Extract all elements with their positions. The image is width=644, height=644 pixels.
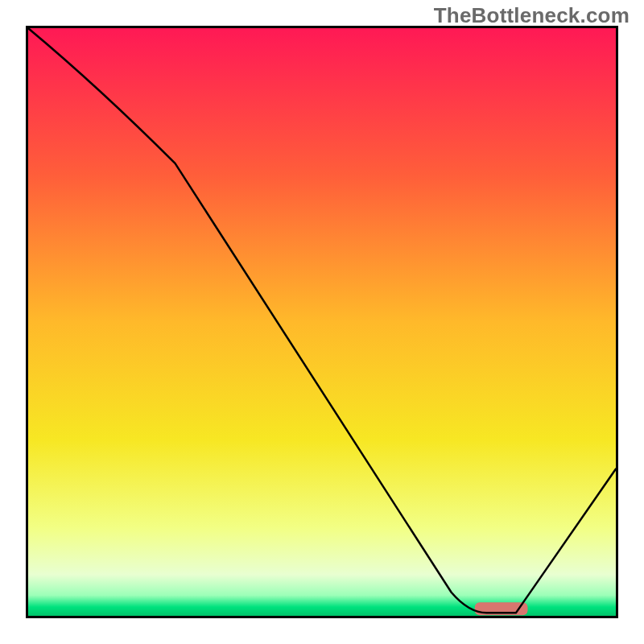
- watermark-text: TheBottleneck.com: [434, 3, 630, 28]
- plot-frame: [26, 26, 618, 618]
- gradient-background: [28, 28, 616, 616]
- plot-svg: [28, 28, 616, 616]
- chart-container: TheBottleneck.com: [0, 0, 644, 644]
